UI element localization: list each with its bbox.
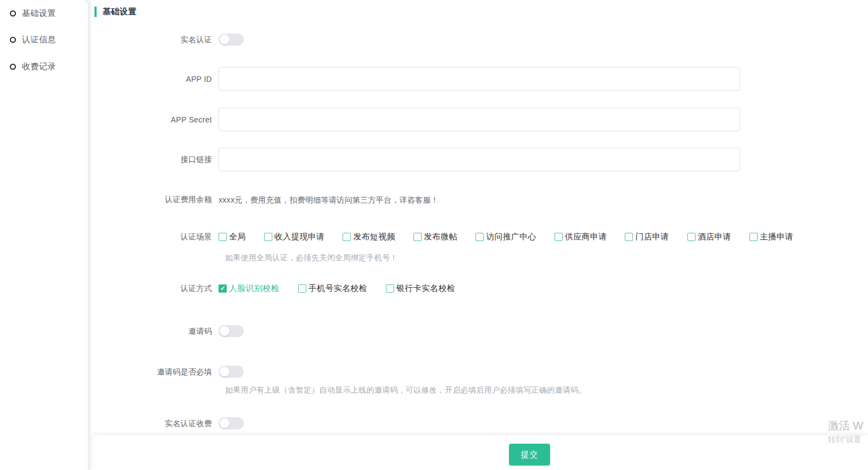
checkbox-scene-withdraw-apply[interactable]: ✓ 收入提现申请 <box>264 232 325 242</box>
invite-code-toggle[interactable] <box>219 325 244 337</box>
form-footer: 提交 <box>93 435 868 470</box>
radio-circle-icon <box>10 10 16 16</box>
sidebar-item-label: 基础设置 <box>22 8 56 19</box>
title-accent-bar <box>94 7 97 17</box>
submit-button[interactable]: 提交 <box>509 444 550 466</box>
realname-auth-fee-label: 实名认证收费 <box>91 417 219 429</box>
checkbox-scene-micro-post[interactable]: ✓ 发布微帖 <box>413 232 457 242</box>
checkbox-method-bankcard-check[interactable]: ✓ 银行卡实名校检 <box>386 283 455 294</box>
checkbox-scene-hotel-apply[interactable]: ✓ 酒店申请 <box>687 232 731 242</box>
checkbox-icon: ✓ <box>219 233 227 241</box>
fee-balance-value: xxxx元，费用充值，扣费明细等请访问第三方平台，详咨客服！ <box>219 195 439 204</box>
checkbox-icon: ✓ <box>687 233 696 241</box>
checkbox-icon: ✓ <box>264 233 272 241</box>
auth-scenes-label: 认证场景 <box>91 232 219 242</box>
checkbox-icon: ✓ <box>749 233 758 241</box>
checkbox-icon: ✓ <box>413 233 422 241</box>
toggle-knob-icon <box>220 35 229 44</box>
checkbox-method-face-check[interactable]: ✓ 人脸识别校检 <box>219 283 279 294</box>
toggle-knob-icon <box>220 326 229 336</box>
invite-code-required-label: 邀请码是否必填 <box>91 366 219 378</box>
sidebar-item-label: 认证信息 <box>22 35 56 45</box>
app-id-label: APP ID <box>91 75 219 83</box>
radio-circle-icon <box>10 64 16 70</box>
app-secret-input[interactable] <box>219 108 740 131</box>
sidebar-item-basic-settings[interactable]: 基础设置 <box>10 7 56 20</box>
invite-code-required-toggle[interactable] <box>219 366 244 378</box>
checkbox-icon: ✓ <box>298 284 306 293</box>
main-panel: 基础设置 实名认证 APP ID APP Secret 接口链接 认证费用余额 <box>91 0 868 470</box>
checkbox-icon: ✓ <box>555 233 563 241</box>
sidebar-item-label: 收费记录 <box>22 61 56 72</box>
checkbox-scene-promo-center[interactable]: ✓ 访问推广中心 <box>475 232 536 242</box>
invite-code-label: 邀请码 <box>91 325 219 337</box>
realname-auth-fee-toggle[interactable] <box>219 417 244 429</box>
checkbox-scene-short-video[interactable]: ✓ 发布短视频 <box>343 232 395 242</box>
page-header: 基础设置 <box>94 5 137 18</box>
invite-code-required-hint: 如果用户有上级（含暂定）自动显示上线的邀请码，可以修改，开启必填后用户必须填写正… <box>225 385 586 395</box>
realname-auth-toggle[interactable] <box>219 33 244 46</box>
checkbox-icon: ✓ <box>219 284 227 293</box>
page-title: 基础设置 <box>103 7 137 17</box>
sidebar-item-charge-records[interactable]: 收费记录 <box>10 60 56 73</box>
check-icon: ✓ <box>220 286 225 292</box>
api-url-label: 接口链接 <box>91 155 219 165</box>
checkbox-icon: ✓ <box>625 233 633 241</box>
settings-sidebar: 基础设置 认证信息 收费记录 <box>0 0 88 470</box>
checkbox-scene-supplier-apply[interactable]: ✓ 供应商申请 <box>555 232 607 242</box>
sidebar-item-auth-info[interactable]: 认证信息 <box>10 33 56 46</box>
auth-scenes-hint: 如果使用全局认证，必须先关闭全局绑定手机号！ <box>225 253 398 263</box>
checkbox-scene-store-apply[interactable]: ✓ 门店申请 <box>625 232 669 242</box>
toggle-knob-icon <box>220 418 229 428</box>
realname-auth-label: 实名认证 <box>91 33 219 46</box>
checkbox-icon: ✓ <box>475 233 484 241</box>
auth-methods-label: 认证方式 <box>91 284 219 294</box>
checkbox-scene-global[interactable]: ✓ 全局 <box>219 232 246 242</box>
toggle-knob-icon <box>220 367 229 377</box>
api-url-input[interactable] <box>219 148 740 171</box>
checkbox-method-phone-check[interactable]: ✓ 手机号实名校检 <box>298 283 367 294</box>
fee-balance-label: 认证费用余额 <box>91 195 219 205</box>
app-id-input[interactable] <box>219 67 740 91</box>
checkbox-scene-anchor-apply[interactable]: ✓ 主播申请 <box>749 232 793 242</box>
app-secret-label: APP Secret <box>91 115 219 124</box>
radio-circle-icon <box>10 37 16 43</box>
checkbox-icon: ✓ <box>386 284 394 293</box>
checkbox-icon: ✓ <box>343 233 351 241</box>
